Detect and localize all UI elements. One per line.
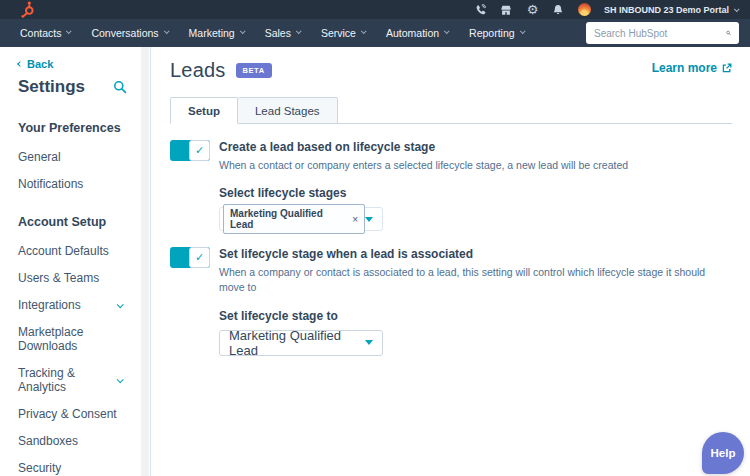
chevron-down-icon bbox=[361, 28, 367, 34]
setting-description: When a contact or company enters a selec… bbox=[219, 158, 628, 173]
setting-set-lifecycle-stage: ✓ Set lifecycle stage when a lead is ass… bbox=[170, 247, 732, 355]
sidebar-item-notifications[interactable]: Notifications bbox=[18, 177, 150, 191]
settings-gear-icon[interactable]: ⚙ bbox=[526, 3, 539, 17]
field-label: Select lifecycle stages bbox=[219, 186, 628, 200]
check-icon: ✓ bbox=[189, 247, 210, 268]
chevron-down-icon bbox=[444, 28, 450, 34]
learn-more-link[interactable]: Learn more bbox=[652, 61, 732, 75]
primary-nav: Contacts Conversations Marketing Sales S… bbox=[20, 27, 524, 39]
sidebar-group-header: Your Preferences bbox=[18, 121, 150, 135]
chevron-down-icon bbox=[519, 28, 525, 34]
chevron-down-icon bbox=[66, 28, 72, 34]
setting-create-lead: ✓ Create a lead based on lifecycle stage… bbox=[170, 140, 732, 231]
back-label: Back bbox=[27, 58, 53, 70]
dropdown-caret-icon bbox=[365, 340, 373, 345]
nav-marketing[interactable]: Marketing bbox=[189, 27, 244, 39]
top-navigation-bar: ⚙ SH INBOUND 23 Demo Portal Contacts Con… bbox=[0, 0, 750, 47]
set-stage-toggle[interactable]: ✓ bbox=[170, 247, 210, 268]
chevron-down-icon bbox=[163, 28, 169, 34]
check-icon: ✓ bbox=[189, 140, 210, 161]
chevron-down-icon bbox=[117, 301, 124, 308]
sidebar-item-privacy-consent[interactable]: Privacy & Consent bbox=[18, 407, 150, 421]
sidebar-group-your-preferences: Your Preferences General Notifications bbox=[18, 121, 150, 191]
chevron-left-icon bbox=[17, 61, 23, 67]
sidebar-title: Settings bbox=[18, 77, 85, 97]
sidebar-item-integrations[interactable]: Integrations bbox=[18, 298, 150, 312]
main-content: Leads BETA Learn more Setup Lead Stages … bbox=[151, 47, 750, 476]
back-link[interactable]: Back bbox=[18, 58, 150, 70]
sidebar-item-security[interactable]: Security bbox=[18, 461, 150, 475]
page-header: Leads BETA bbox=[170, 59, 732, 82]
topbar-nav-row: Contacts Conversations Marketing Sales S… bbox=[0, 19, 750, 47]
marketplace-icon[interactable] bbox=[500, 3, 513, 17]
nav-sales[interactable]: Sales bbox=[265, 27, 300, 39]
tab-setup[interactable]: Setup bbox=[170, 97, 238, 124]
gear-glyph: ⚙ bbox=[527, 3, 539, 16]
notifications-bell-icon[interactable] bbox=[552, 3, 565, 17]
search-input[interactable] bbox=[594, 28, 726, 39]
chevron-down-icon bbox=[240, 28, 246, 34]
help-button[interactable]: Help bbox=[702, 432, 744, 474]
nav-automation[interactable]: Automation bbox=[386, 27, 448, 39]
tab-bar: Setup Lead Stages bbox=[170, 97, 732, 124]
page-body: Back Settings Your Preferences General N… bbox=[0, 47, 750, 476]
topbar-utility-row: ⚙ SH INBOUND 23 Demo Portal bbox=[0, 0, 750, 19]
tab-lead-stages[interactable]: Lead Stages bbox=[238, 97, 338, 124]
sidebar-item-account-defaults[interactable]: Account Defaults bbox=[18, 244, 150, 258]
nav-service[interactable]: Service bbox=[321, 27, 365, 39]
chevron-down-icon bbox=[117, 376, 124, 383]
portal-name: SH INBOUND 23 Demo Portal bbox=[604, 5, 729, 15]
setting-description: When a company or contact is associated … bbox=[219, 265, 732, 295]
page-title: Leads bbox=[170, 59, 226, 82]
remove-tag-icon[interactable]: × bbox=[352, 214, 358, 225]
chevron-down-icon bbox=[296, 28, 302, 34]
setting-title: Create a lead based on lifecycle stage bbox=[219, 140, 628, 154]
sidebar-item-users-teams[interactable]: Users & Teams bbox=[18, 271, 150, 285]
sidebar-group-account-setup: Account Setup Account Defaults Users & T… bbox=[18, 215, 150, 476]
account-avatar[interactable] bbox=[578, 3, 591, 16]
lifecycle-stages-multiselect[interactable]: Marketing Qualified Lead × bbox=[219, 207, 383, 231]
dropdown-caret-icon bbox=[365, 217, 373, 222]
sidebar-item-general[interactable]: General bbox=[18, 150, 150, 164]
account-menu[interactable]: SH INBOUND 23 Demo Portal bbox=[604, 5, 738, 15]
nav-contacts[interactable]: Contacts bbox=[20, 27, 70, 39]
field-label: Set lifecycle stage to bbox=[219, 309, 732, 323]
sidebar-item-sandboxes[interactable]: Sandboxes bbox=[18, 434, 150, 448]
topbar-actions: ⚙ SH INBOUND 23 Demo Portal bbox=[474, 0, 738, 19]
search-icon[interactable] bbox=[726, 27, 731, 39]
select-value: Marketing Qualified Lead bbox=[229, 328, 365, 358]
calling-icon[interactable] bbox=[474, 3, 487, 17]
settings-search-icon[interactable] bbox=[113, 80, 127, 94]
chevron-down-icon bbox=[734, 6, 740, 12]
nav-conversations[interactable]: Conversations bbox=[91, 27, 167, 39]
selected-stage-tag: Marketing Qualified Lead × bbox=[223, 204, 365, 234]
settings-sidebar: Back Settings Your Preferences General N… bbox=[0, 47, 151, 476]
lifecycle-stage-select[interactable]: Marketing Qualified Lead bbox=[219, 330, 383, 356]
create-lead-toggle[interactable]: ✓ bbox=[170, 140, 210, 161]
setting-title: Set lifecycle stage when a lead is assoc… bbox=[219, 247, 732, 261]
beta-badge: BETA bbox=[236, 63, 272, 78]
nav-reporting[interactable]: Reporting bbox=[469, 27, 524, 39]
global-search[interactable] bbox=[586, 22, 739, 44]
sidebar-item-marketplace-downloads[interactable]: Marketplace Downloads bbox=[18, 325, 150, 353]
external-link-icon bbox=[722, 63, 732, 73]
sidebar-item-tracking-analytics[interactable]: Tracking & Analytics bbox=[18, 366, 150, 394]
sidebar-group-header: Account Setup bbox=[18, 215, 150, 229]
